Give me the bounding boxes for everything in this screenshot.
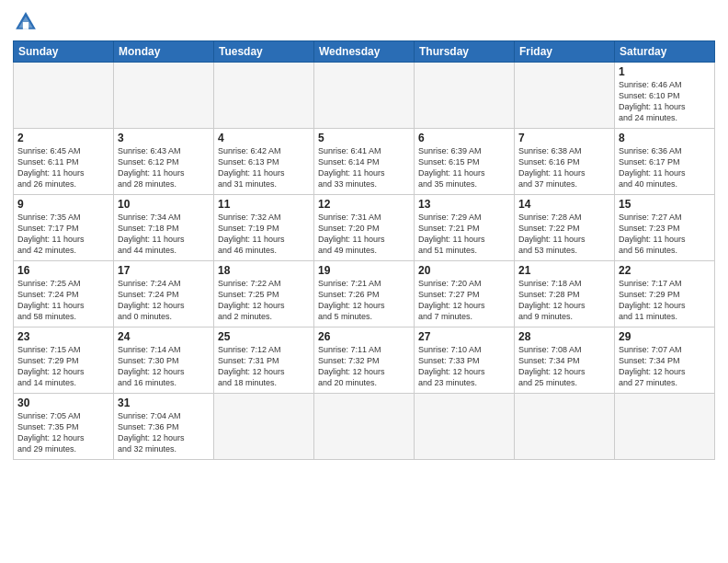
calendar-day-cell: 21Sunrise: 7:18 AM Sunset: 7:28 PM Dayli… — [515, 261, 615, 327]
calendar-day-cell: 20Sunrise: 7:20 AM Sunset: 7:27 PM Dayli… — [415, 261, 515, 327]
day-info: Sunrise: 6:42 AM Sunset: 6:13 PM Dayligh… — [218, 145, 310, 190]
calendar-day-cell: 12Sunrise: 7:31 AM Sunset: 7:20 PM Dayli… — [314, 195, 415, 261]
day-info: Sunrise: 7:17 AM Sunset: 7:29 PM Dayligh… — [619, 278, 711, 323]
day-number: 12 — [318, 198, 410, 211]
calendar-day-cell — [114, 63, 214, 129]
calendar-week-row: 16Sunrise: 7:25 AM Sunset: 7:24 PM Dayli… — [14, 261, 715, 327]
calendar-day-header: Sunday — [14, 41, 114, 63]
calendar-week-row: 1Sunrise: 6:46 AM Sunset: 6:10 PM Daylig… — [14, 63, 715, 129]
calendar-day-cell: 18Sunrise: 7:22 AM Sunset: 7:25 PM Dayli… — [214, 261, 314, 327]
calendar-day-cell: 28Sunrise: 7:08 AM Sunset: 7:34 PM Dayli… — [515, 327, 615, 394]
day-number: 11 — [218, 198, 310, 211]
day-info: Sunrise: 6:41 AM Sunset: 6:14 PM Dayligh… — [318, 145, 410, 190]
calendar-day-header: Monday — [114, 41, 214, 63]
day-number: 6 — [418, 132, 510, 144]
day-info: Sunrise: 7:20 AM Sunset: 7:27 PM Dayligh… — [418, 278, 510, 323]
calendar-week-row: 30Sunrise: 7:05 AM Sunset: 7:35 PM Dayli… — [14, 394, 715, 460]
day-number: 26 — [318, 330, 410, 343]
calendar-day-cell: 4Sunrise: 6:42 AM Sunset: 6:13 PM Daylig… — [214, 129, 314, 195]
calendar-day-cell — [214, 394, 314, 460]
day-info: Sunrise: 7:31 AM Sunset: 7:20 PM Dayligh… — [318, 212, 410, 257]
day-number: 18 — [218, 264, 310, 277]
day-number: 7 — [518, 132, 610, 144]
day-info: Sunrise: 7:21 AM Sunset: 7:26 PM Dayligh… — [318, 278, 410, 323]
day-info: Sunrise: 6:43 AM Sunset: 6:12 PM Dayligh… — [118, 145, 210, 190]
day-info: Sunrise: 7:35 AM Sunset: 7:17 PM Dayligh… — [17, 212, 109, 257]
calendar-day-cell: 26Sunrise: 7:11 AM Sunset: 7:32 PM Dayli… — [314, 327, 415, 394]
day-number: 15 — [619, 198, 711, 211]
header — [13, 9, 715, 35]
calendar-day-cell: 17Sunrise: 7:24 AM Sunset: 7:24 PM Dayli… — [114, 261, 214, 327]
calendar-day-cell: 19Sunrise: 7:21 AM Sunset: 7:26 PM Dayli… — [314, 261, 415, 327]
calendar-day-cell: 13Sunrise: 7:29 AM Sunset: 7:21 PM Dayli… — [415, 195, 515, 261]
day-number: 10 — [118, 198, 210, 211]
calendar-day-cell: 29Sunrise: 7:07 AM Sunset: 7:34 PM Dayli… — [615, 327, 715, 394]
calendar-day-cell: 27Sunrise: 7:10 AM Sunset: 7:33 PM Dayli… — [415, 327, 515, 394]
day-info: Sunrise: 6:46 AM Sunset: 6:10 PM Dayligh… — [619, 79, 711, 124]
calendar-day-cell: 30Sunrise: 7:05 AM Sunset: 7:35 PM Dayli… — [14, 394, 114, 460]
day-info: Sunrise: 6:45 AM Sunset: 6:11 PM Dayligh… — [17, 145, 109, 190]
calendar-day-cell: 10Sunrise: 7:34 AM Sunset: 7:18 PM Dayli… — [114, 195, 214, 261]
calendar-day-cell — [314, 63, 415, 129]
svg-rect-2 — [23, 22, 28, 29]
calendar-day-cell — [415, 394, 515, 460]
calendar-day-cell: 3Sunrise: 6:43 AM Sunset: 6:12 PM Daylig… — [114, 129, 214, 195]
day-info: Sunrise: 7:18 AM Sunset: 7:28 PM Dayligh… — [518, 278, 610, 323]
day-info: Sunrise: 7:10 AM Sunset: 7:33 PM Dayligh… — [418, 344, 510, 389]
day-info: Sunrise: 7:04 AM Sunset: 7:36 PM Dayligh… — [118, 410, 210, 455]
day-number: 14 — [518, 198, 610, 211]
calendar-week-row: 23Sunrise: 7:15 AM Sunset: 7:29 PM Dayli… — [14, 327, 715, 394]
day-number: 8 — [619, 132, 711, 144]
calendar-day-cell — [415, 63, 515, 129]
day-info: Sunrise: 7:14 AM Sunset: 7:30 PM Dayligh… — [118, 344, 210, 389]
day-number: 4 — [218, 132, 310, 144]
day-info: Sunrise: 7:07 AM Sunset: 7:34 PM Dayligh… — [619, 344, 711, 389]
calendar-day-cell: 8Sunrise: 6:36 AM Sunset: 6:17 PM Daylig… — [615, 129, 715, 195]
day-number: 16 — [17, 264, 109, 277]
day-number: 29 — [619, 330, 711, 343]
calendar-day-cell — [515, 394, 615, 460]
day-number: 23 — [17, 330, 109, 343]
day-number: 3 — [118, 132, 210, 144]
logo-icon — [13, 9, 39, 35]
day-info: Sunrise: 7:12 AM Sunset: 7:31 PM Dayligh… — [218, 344, 310, 389]
day-number: 20 — [418, 264, 510, 277]
calendar-day-cell: 31Sunrise: 7:04 AM Sunset: 7:36 PM Dayli… — [114, 394, 214, 460]
day-info: Sunrise: 7:24 AM Sunset: 7:24 PM Dayligh… — [118, 278, 210, 323]
calendar: SundayMondayTuesdayWednesdayThursdayFrid… — [13, 40, 715, 460]
day-number: 28 — [518, 330, 610, 343]
day-number: 2 — [17, 132, 109, 144]
day-info: Sunrise: 7:22 AM Sunset: 7:25 PM Dayligh… — [218, 278, 310, 323]
calendar-day-cell — [314, 394, 415, 460]
day-info: Sunrise: 7:11 AM Sunset: 7:32 PM Dayligh… — [318, 344, 410, 389]
calendar-day-header: Friday — [515, 41, 615, 63]
day-number: 17 — [118, 264, 210, 277]
calendar-day-cell: 5Sunrise: 6:41 AM Sunset: 6:14 PM Daylig… — [314, 129, 415, 195]
calendar-day-cell — [14, 63, 114, 129]
day-info: Sunrise: 7:25 AM Sunset: 7:24 PM Dayligh… — [17, 278, 109, 323]
day-number: 13 — [418, 198, 510, 211]
calendar-day-cell: 15Sunrise: 7:27 AM Sunset: 7:23 PM Dayli… — [615, 195, 715, 261]
day-number: 24 — [118, 330, 210, 343]
day-number: 22 — [619, 264, 711, 277]
day-number: 1 — [619, 65, 711, 78]
calendar-day-cell: 7Sunrise: 6:38 AM Sunset: 6:16 PM Daylig… — [515, 129, 615, 195]
calendar-day-cell: 11Sunrise: 7:32 AM Sunset: 7:19 PM Dayli… — [214, 195, 314, 261]
day-number: 19 — [318, 264, 410, 277]
logo — [13, 9, 42, 35]
day-number: 5 — [318, 132, 410, 144]
day-info: Sunrise: 7:15 AM Sunset: 7:29 PM Dayligh… — [17, 344, 109, 389]
day-info: Sunrise: 7:32 AM Sunset: 7:19 PM Dayligh… — [218, 212, 310, 257]
calendar-week-row: 2Sunrise: 6:45 AM Sunset: 6:11 PM Daylig… — [14, 129, 715, 195]
calendar-day-cell — [214, 63, 314, 129]
day-info: Sunrise: 7:28 AM Sunset: 7:22 PM Dayligh… — [518, 212, 610, 257]
day-info: Sunrise: 7:08 AM Sunset: 7:34 PM Dayligh… — [518, 344, 610, 389]
calendar-week-row: 9Sunrise: 7:35 AM Sunset: 7:17 PM Daylig… — [14, 195, 715, 261]
calendar-day-cell: 2Sunrise: 6:45 AM Sunset: 6:11 PM Daylig… — [14, 129, 114, 195]
calendar-day-header: Saturday — [615, 41, 715, 63]
day-number: 31 — [118, 396, 210, 409]
calendar-day-cell: 14Sunrise: 7:28 AM Sunset: 7:22 PM Dayli… — [515, 195, 615, 261]
calendar-day-cell: 24Sunrise: 7:14 AM Sunset: 7:30 PM Dayli… — [114, 327, 214, 394]
calendar-day-cell: 1Sunrise: 6:46 AM Sunset: 6:10 PM Daylig… — [615, 63, 715, 129]
day-info: Sunrise: 7:27 AM Sunset: 7:23 PM Dayligh… — [619, 212, 711, 257]
